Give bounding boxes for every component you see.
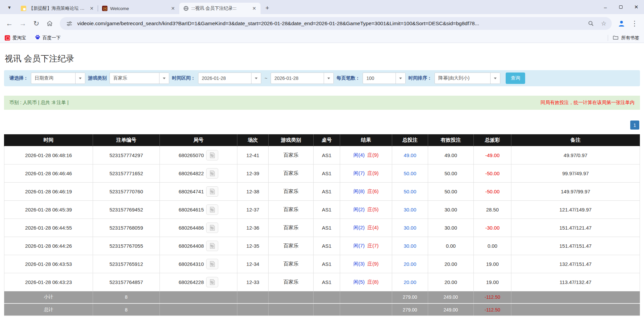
cell-game: 百家乐 bbox=[269, 273, 314, 291]
cell-total-bet-link[interactable]: 30.00 bbox=[404, 207, 416, 212]
cell-valid-bet: 49.00 bbox=[428, 146, 474, 164]
sort-select[interactable]: 降幂(由大到小) bbox=[434, 73, 500, 84]
bookmark-baidu[interactable]: 百度一下 bbox=[35, 35, 61, 41]
cell-total-bet-link[interactable]: 49.00 bbox=[404, 152, 416, 158]
cell-total-bet-link[interactable]: 50.00 bbox=[404, 189, 416, 194]
cell-total-bet-link[interactable]: 30.00 bbox=[404, 243, 416, 249]
new-tab-button[interactable]: + bbox=[263, 3, 272, 13]
back-icon[interactable]: ← bbox=[3, 17, 15, 30]
cell-total-bet-link[interactable]: 50.00 bbox=[404, 171, 416, 176]
cell-game: 百家乐 bbox=[269, 255, 314, 273]
date-start-input[interactable]: 2026-01-28 bbox=[198, 73, 261, 84]
zoom-icon[interactable] bbox=[586, 19, 596, 28]
cell-total-bet-link[interactable]: 30.00 bbox=[404, 225, 416, 231]
col-round: 局号 bbox=[160, 134, 237, 146]
col-result: 结果 bbox=[340, 134, 392, 146]
result-player: 闲(4) bbox=[354, 152, 365, 158]
subtotal-payout: -112.50 bbox=[485, 294, 500, 300]
table-row: 2026-01-28 06:46:19 523157770760 6802647… bbox=[4, 182, 640, 200]
cell-game: 百家乐 bbox=[269, 200, 314, 219]
game-type-value: 百家乐 bbox=[110, 73, 159, 84]
window-close-button[interactable]: ✕ bbox=[629, 0, 644, 14]
tab-welcome[interactable]: Welcome ✕ bbox=[98, 3, 179, 14]
date-range-label: 时间区间： bbox=[172, 75, 195, 81]
cell-time: 2026-01-28 06:48:16 bbox=[4, 146, 93, 164]
chevron-down-icon[interactable] bbox=[490, 73, 500, 84]
cell-valid-bet: 30.00 bbox=[428, 219, 474, 237]
per-page-select[interactable]: 100 bbox=[363, 73, 406, 84]
forum-favicon-icon bbox=[21, 6, 26, 11]
date-end-input[interactable]: 2026-01-28 bbox=[271, 73, 334, 84]
tab-close-icon[interactable]: ✕ bbox=[170, 5, 176, 11]
cell-payout: 19.00 bbox=[486, 279, 499, 285]
result-banker: 庄(8) bbox=[367, 279, 378, 285]
reload-icon[interactable]: ↻ bbox=[30, 17, 42, 30]
menu-kebab-icon[interactable]: ⋮ bbox=[629, 17, 641, 30]
tab-close-icon[interactable]: ✕ bbox=[89, 5, 95, 11]
minimize-button[interactable]: – bbox=[598, 0, 613, 14]
all-bookmarks[interactable]: 所有书签 bbox=[608, 35, 639, 41]
chevron-down-icon[interactable] bbox=[159, 73, 169, 84]
cell-round: 680264486 bbox=[179, 225, 204, 231]
bookmark-star-icon[interactable]: ☆ bbox=[599, 19, 608, 28]
tab-close-icon[interactable]: ✕ bbox=[251, 5, 257, 11]
url-bar[interactable]: videoie.com/game/betrecord_search/kind3?… bbox=[60, 17, 612, 30]
bookmark-aitaobao[interactable]: 爱淘宝 bbox=[5, 35, 26, 41]
video-replay-icon[interactable] bbox=[206, 259, 218, 269]
cell-note: 149.97/99.97 bbox=[511, 182, 640, 200]
cell-session: 12-41 bbox=[237, 146, 269, 164]
per-page-label: 每页笔数： bbox=[336, 75, 360, 81]
home-icon[interactable] bbox=[44, 17, 56, 30]
video-replay-icon[interactable] bbox=[206, 150, 218, 160]
cell-table: AS1 bbox=[314, 273, 340, 291]
cell-table: AS1 bbox=[314, 182, 340, 200]
maximize-button[interactable] bbox=[613, 0, 629, 14]
cell-table: AS1 bbox=[314, 146, 340, 164]
cell-payout: 28.50 bbox=[486, 207, 499, 212]
cell-time: 2026-01-28 06:46:46 bbox=[4, 164, 93, 182]
cell-session: 12-38 bbox=[237, 182, 269, 200]
tab-forum[interactable]: 【新提醒】海燕策略论坛 - 综合 ✕ bbox=[17, 3, 98, 14]
page-1-button[interactable]: 1 bbox=[630, 121, 639, 130]
url-text[interactable]: videoie.com/game/betrecord_search/kind3?… bbox=[77, 20, 583, 27]
cell-bet-no: 523157764857 bbox=[93, 273, 160, 291]
tab-search-chevron-icon[interactable]: ▼ bbox=[5, 3, 14, 12]
table-header-row: 时间 注单编号 局号 场次 游戏类别 桌号 结果 总投注 有效投注 总派彩 备注 bbox=[4, 134, 640, 146]
cell-note: 99.97/49.97 bbox=[511, 164, 640, 182]
result-player: 闲(2) bbox=[354, 206, 365, 212]
cell-total-bet-link[interactable]: 20.00 bbox=[404, 279, 416, 285]
cell-payout: 0.00 bbox=[488, 243, 497, 249]
cell-valid-bet: 50.00 bbox=[428, 182, 474, 200]
cell-payout: 19.00 bbox=[486, 261, 499, 267]
chevron-down-icon[interactable] bbox=[75, 73, 85, 84]
video-replay-icon[interactable] bbox=[206, 168, 218, 179]
currency-summary: 币别 : 人民币 | 总共 :8 注单 | bbox=[9, 100, 68, 106]
cell-table: AS1 bbox=[314, 200, 340, 219]
game-type-select[interactable]: 百家乐 bbox=[109, 73, 169, 84]
query-type-select[interactable]: 日期查询 bbox=[31, 73, 85, 84]
chevron-down-icon[interactable] bbox=[251, 73, 261, 84]
video-replay-icon[interactable] bbox=[206, 277, 218, 287]
site-settings-icon[interactable] bbox=[64, 19, 74, 28]
forward-icon[interactable]: → bbox=[17, 17, 29, 30]
profile-avatar-icon[interactable] bbox=[616, 18, 627, 29]
cell-table: AS1 bbox=[314, 255, 340, 273]
cell-payout: -49.00 bbox=[485, 152, 500, 158]
cell-total-bet-link[interactable]: 20.00 bbox=[404, 261, 416, 267]
result-banker: 庄(9) bbox=[367, 170, 378, 176]
chevron-down-icon[interactable] bbox=[324, 73, 333, 84]
video-replay-icon[interactable] bbox=[206, 223, 218, 233]
table-row: 2026-01-28 06:44:26 523157767055 6802644… bbox=[4, 237, 640, 255]
search-button[interactable]: 查询 bbox=[506, 73, 525, 84]
subtotal-count: 8 bbox=[93, 291, 160, 303]
cell-time: 2026-01-28 06:45:39 bbox=[4, 200, 93, 219]
result-player: 闲(8) bbox=[354, 188, 365, 194]
tab-bet-records[interactable]: :::视讯 会员下注纪录::: ✕ bbox=[179, 3, 261, 14]
video-replay-icon[interactable] bbox=[206, 241, 218, 251]
subtotal-label: 小计 bbox=[4, 291, 93, 303]
cell-session: 12-39 bbox=[237, 164, 269, 182]
video-replay-icon[interactable] bbox=[206, 186, 218, 197]
cell-valid-bet: 50.00 bbox=[428, 164, 474, 182]
video-replay-icon[interactable] bbox=[206, 204, 218, 215]
chevron-down-icon[interactable] bbox=[396, 73, 405, 84]
